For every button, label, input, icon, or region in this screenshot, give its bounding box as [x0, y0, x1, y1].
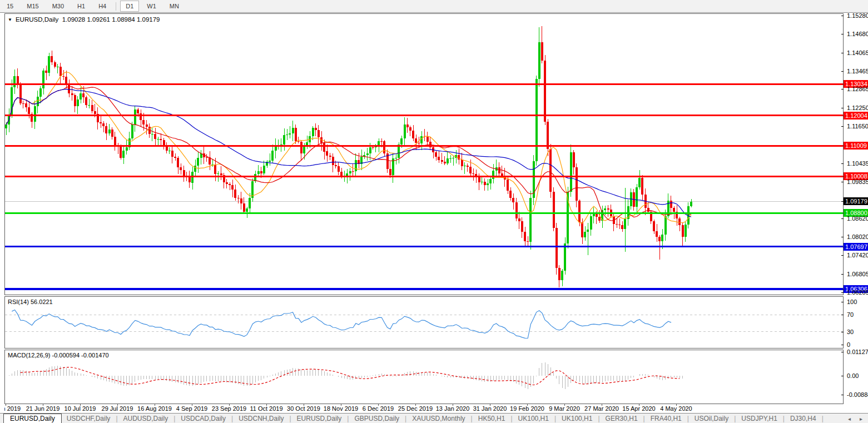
timeframe-button-w1[interactable]: W1	[141, 1, 162, 12]
price-axis-label: 1.13465	[847, 68, 868, 74]
date-axis-label: 25 Dec 2019	[398, 405, 433, 412]
price-axis-label: 1.12250	[847, 104, 868, 111]
date-axis-label: 21 Jun 2019	[26, 405, 60, 412]
date-axis-label: 4 May 2020	[660, 405, 692, 412]
chart-tab-xauusd-monthly[interactable]: XAUUSD,Monthly	[407, 415, 470, 422]
price-axis-label: 1.09835	[847, 178, 868, 185]
price-level-label-black: 1.09179	[844, 197, 868, 205]
rsi-axis-label: 70	[847, 311, 854, 318]
chart-title: ▼EURUSD,Daily 1.09028 1.09261 1.08984 1.…	[8, 16, 160, 23]
timeframe-button-mn[interactable]: MN	[164, 1, 185, 12]
date-axis: 3 Jun 201921 Jun 201910 Jul 201929 Jul 2…	[4, 404, 844, 413]
ohlc-values: 1.09028 1.09261 1.08984 1.09179	[62, 16, 160, 23]
price-axis-label: 1.07420	[847, 252, 868, 258]
date-axis-label: 19 Feb 2020	[510, 405, 544, 412]
rsi-panel[interactable]	[4, 296, 844, 349]
macd-indicator-label: MACD(12,26,9) -0.000594 -0.001470	[8, 352, 109, 359]
chart-tab-uk100-h1[interactable]: UK100,H1	[513, 415, 554, 422]
macd-axis-label: 0.011277	[847, 349, 868, 355]
price-axis-label: 1.10435	[847, 160, 868, 167]
date-axis-label: 3 Jun 2019	[4, 405, 21, 412]
tab-scroll-right-icon[interactable]: ▸	[860, 416, 862, 422]
timeframe-button-h1[interactable]: H1	[72, 1, 91, 12]
rsi-axis-label: 0	[847, 341, 850, 348]
rsi-value: 56.0221	[31, 298, 53, 305]
timeframe-button-m15[interactable]: M15	[21, 1, 44, 12]
price-level-label-red: 1.12004	[844, 112, 868, 120]
price-level-label-red: 1.11009	[844, 142, 868, 150]
rsi-axis-label: 30	[847, 329, 854, 335]
rsi-indicator-label: RSI(14) 56.0221	[8, 298, 53, 305]
date-axis-label: 15 Apr 2020	[622, 405, 655, 412]
chart-tab-eurusd-daily[interactable]: EURUSD,Daily	[3, 414, 62, 423]
price-axis-label: 1.06805	[847, 271, 868, 277]
toolbar-separator	[116, 2, 116, 11]
chart-tab-usdcad-daily[interactable]: USDCAD,Daily	[176, 415, 231, 422]
chart-tab-fra40-h1[interactable]: FRA40,H1	[646, 415, 687, 422]
chart-tab-audusd-daily[interactable]: AUDUSD,Daily	[118, 415, 173, 422]
date-axis-label: 16 Aug 2019	[137, 405, 172, 412]
date-axis-label: 4 Sep 2019	[176, 405, 207, 412]
timeframe-button-h4[interactable]: H4	[93, 1, 112, 12]
chart-tab-bar: EURUSD,DailyUSDCHF,Daily|AUDUSD,Daily|US…	[0, 413, 868, 423]
timeframe-button-m30[interactable]: M30	[47, 1, 70, 12]
symbol-label: EURUSD,Daily	[16, 16, 58, 23]
axis-tick	[841, 352, 844, 352]
axis-tick	[841, 332, 844, 332]
price-axis-label: 1.08620	[847, 215, 868, 222]
rsi-axis-label: 100	[847, 298, 857, 305]
tab-scroll-arrows: ◂▸	[848, 414, 862, 423]
price-axis-label: 1.12865	[847, 86, 868, 92]
macd-values: -0.000594 -0.001470	[52, 352, 108, 359]
price-axis-label: 1.15280	[847, 12, 868, 19]
date-axis-label: 9 Mar 2020	[549, 405, 580, 412]
price-level-label-blue: 1.07697	[844, 243, 868, 251]
timeframe-button-d1[interactable]: D1	[120, 1, 139, 12]
axis-tick	[841, 395, 844, 395]
price-axis-label: 1.08020	[847, 233, 868, 240]
price-axis-label: 1.06205	[847, 289, 868, 296]
macd-panel[interactable]	[4, 350, 844, 404]
axis-tick	[841, 315, 844, 315]
date-axis-label: 23 Sep 2019	[212, 405, 246, 412]
chart-tab-uk100-h1[interactable]: UK100,H1	[557, 415, 597, 422]
price-axis-label: 1.11650	[847, 123, 868, 130]
date-axis-label: 30 Oct 2019	[287, 405, 320, 412]
price-axis: 1.152801.146801.140651.134651.130341.128…	[844, 0, 868, 423]
date-axis-label: 27 Mar 2020	[584, 405, 619, 412]
date-axis-label: 13 Jan 2020	[436, 405, 470, 412]
date-axis-label: 11 Oct 2019	[250, 405, 282, 412]
chart-tab-hk50-h1[interactable]: HK50,H1	[473, 415, 510, 422]
chart-tab-usoil-daily[interactable]: USOil,Daily	[690, 415, 733, 422]
price-chart-panel[interactable]	[4, 13, 844, 295]
chart-tab-ger30-h1[interactable]: GER30,H1	[601, 415, 643, 422]
trading-app-window: 15M15M30H1H4D1W1MN ▼EURUSD,Daily 1.09028…	[0, 0, 868, 423]
date-axis-label: 10 Jul 2019	[65, 405, 96, 412]
chart-tab-eurusd-daily[interactable]: EURUSD,Daily	[292, 415, 347, 422]
timeframe-button-15[interactable]: 15	[1, 1, 19, 12]
tab-separator: |	[821, 415, 824, 422]
axis-tick	[841, 345, 844, 345]
date-axis-label: 31 Jan 2020	[473, 405, 507, 412]
price-axis-label: 1.14680	[847, 31, 868, 37]
axis-tick	[841, 302, 844, 302]
chart-tab-usdcnh-daily[interactable]: USDCNH,Daily	[234, 415, 289, 422]
tab-scroll-left-icon[interactable]: ◂	[848, 416, 851, 422]
axis-tick	[841, 376, 844, 376]
date-axis-label: 6 Dec 2019	[363, 405, 394, 412]
date-axis-label: 18 Nov 2019	[324, 405, 358, 412]
price-axis-label: 1.14065	[847, 49, 868, 56]
chart-tab-gbpusd-daily[interactable]: GBPUSD,Daily	[349, 415, 404, 422]
date-axis-label: 29 Jul 2019	[102, 405, 133, 412]
chart-tab-usdchf-daily[interactable]: USDCHF,Daily	[62, 415, 116, 422]
symbol-dropdown-icon[interactable]: ▼	[8, 17, 12, 22]
timeframe-toolbar: 15M15M30H1H4D1W1MN	[0, 0, 868, 13]
macd-axis-label: 0.00	[847, 372, 859, 379]
chart-tab-usdjpy-h1[interactable]: USDJPY,H1	[736, 415, 782, 422]
macd-axis-label: -0.008845	[847, 391, 868, 398]
chart-tab-dj30-h4[interactable]: DJ30,H4	[785, 415, 821, 422]
